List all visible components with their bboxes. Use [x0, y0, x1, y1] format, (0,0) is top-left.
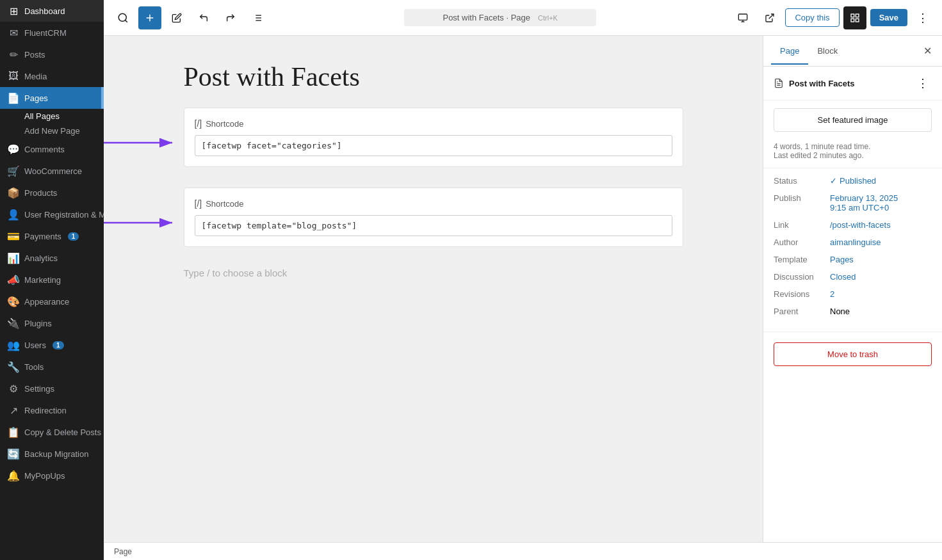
- bottom-bar: Page: [104, 542, 942, 560]
- copy-this-button[interactable]: Copy this: [785, 8, 839, 27]
- sidebar-item-mypopups[interactable]: 🔔 MyPopUps: [0, 465, 104, 486]
- sidebar-sub-add-new-page[interactable]: Add New Page: [0, 124, 104, 138]
- undo-button[interactable]: [192, 6, 215, 29]
- analytics-icon: 📊: [8, 252, 19, 264]
- toolbar-search: Post with Facets · Page Ctrl+K: [273, 9, 727, 26]
- sidebar-label-payments: Payments: [24, 232, 61, 241]
- sidebar-item-users[interactable]: 👥 Users 1: [0, 334, 104, 356]
- sidebar-item-comments[interactable]: 💬 Comments: [0, 138, 104, 160]
- move-to-trash-button[interactable]: Move to trash: [774, 342, 932, 366]
- close-panel-button[interactable]: ✕: [921, 42, 934, 60]
- discussion-value[interactable]: Closed: [830, 272, 856, 282]
- sidebar-item-posts[interactable]: ✏ Posts: [0, 44, 104, 65]
- featured-image-button[interactable]: Set featured image: [774, 108, 932, 132]
- doc-more-options-button[interactable]: ⋮: [914, 74, 932, 92]
- more-options-button[interactable]: ⋮: [911, 6, 934, 29]
- shortcode-label-2: Shortcode: [206, 199, 243, 209]
- dashboard-icon: ⊞: [8, 5, 19, 17]
- sidebar-item-dashboard[interactable]: ⊞ Dashboard: [0, 0, 104, 22]
- sidebar-item-analytics[interactable]: 📊 Analytics: [0, 247, 104, 269]
- sidebar-label-settings: Settings: [24, 384, 54, 394]
- tab-page[interactable]: Page: [771, 38, 808, 65]
- sidebar: ⊞ Dashboard ✉ FluentCRM ✏ Posts 🖼 Media …: [0, 0, 104, 560]
- content-area: Post with Facets: [104, 36, 942, 542]
- sidebar-item-pages[interactable]: 📄 Pages: [0, 87, 104, 109]
- arrow-2: [104, 216, 177, 229]
- sidebar-label-fluentcrm: FluentCRM: [24, 28, 67, 38]
- doc-title: Post with Facets: [774, 78, 855, 88]
- woocommerce-icon: 🛒: [8, 165, 19, 177]
- author-label: Author: [774, 237, 825, 247]
- link-value[interactable]: /post-with-facets: [830, 220, 891, 230]
- svg-point-0: [118, 13, 126, 21]
- publish-value[interactable]: February 13, 2025 9:15 am UTC+0: [830, 193, 898, 212]
- sidebar-item-backup-migration[interactable]: 🔄 Backup Migration: [0, 443, 104, 465]
- sidebar-label-media: Media: [24, 72, 47, 81]
- toolbar: Post with Facets · Page Ctrl+K Copy this: [104, 0, 942, 36]
- check-icon: ✓: [830, 176, 837, 186]
- type-hint[interactable]: Type / to choose a block: [184, 268, 683, 278]
- svg-rect-15: [856, 14, 859, 17]
- sidebar-item-tools[interactable]: 🔧 Tools: [0, 356, 104, 378]
- search-button[interactable]: [111, 6, 134, 29]
- sidebar-label-backup-migration: Backup Migration: [24, 449, 88, 459]
- add-block-button[interactable]: [138, 6, 161, 29]
- toolbar-right: Copy this Save ⋮: [731, 6, 934, 29]
- template-value[interactable]: Pages: [830, 255, 854, 264]
- meta-edited: Last edited 2 minutes ago.: [774, 151, 932, 160]
- author-value[interactable]: aimanlinguise: [830, 237, 881, 247]
- meta-words: 4 words, 1 minute read time.: [774, 142, 932, 151]
- sidebar-item-products[interactable]: 📦 Products: [0, 182, 104, 204]
- save-button[interactable]: Save: [870, 9, 907, 26]
- block-header-1: [/] Shortcode: [195, 118, 672, 129]
- mypopups-icon: 🔔: [8, 470, 19, 481]
- meta-revisions-row: Revisions 2: [774, 289, 932, 299]
- pencil-button[interactable]: [165, 6, 188, 29]
- sidebar-item-marketing[interactable]: 📣 Marketing: [0, 269, 104, 291]
- shortcode-input-2[interactable]: [195, 215, 672, 236]
- sidebar-label-dashboard: Dashboard: [24, 6, 65, 16]
- sidebar-label-products: Products: [24, 188, 57, 198]
- sidebar-item-user-registration[interactable]: 👤 User Registration & Membership: [0, 204, 104, 225]
- redo-button[interactable]: [219, 6, 242, 29]
- settings-panel-button[interactable]: [843, 6, 866, 29]
- preview-button[interactable]: [731, 6, 754, 29]
- meta-publish-row: Publish February 13, 2025 9:15 am UTC+0: [774, 193, 932, 212]
- sidebar-label-posts: Posts: [24, 50, 45, 60]
- sidebar-item-woocommerce[interactable]: 🛒 WooCommerce: [0, 160, 104, 182]
- svg-rect-17: [851, 19, 854, 22]
- sidebar-sub-all-pages[interactable]: All Pages: [0, 109, 104, 124]
- page-title[interactable]: Post with Facets: [184, 61, 683, 92]
- sidebar-item-redirection[interactable]: ↗ Redirection: [0, 399, 104, 421]
- template-label: Template: [774, 255, 825, 264]
- users-badge: 1: [53, 341, 64, 349]
- list-view-button[interactable]: [246, 6, 269, 29]
- sidebar-label-analytics: Analytics: [24, 253, 58, 263]
- search-bar[interactable]: Post with Facets · Page Ctrl+K: [404, 9, 596, 26]
- bottom-bar-label: Page: [114, 547, 132, 556]
- sidebar-item-settings[interactable]: ⚙ Settings: [0, 378, 104, 399]
- parent-label: Parent: [774, 307, 825, 316]
- block-row-2: [/] Shortcode: [184, 188, 683, 257]
- sidebar-item-fluentcrm[interactable]: ✉ FluentCRM: [0, 22, 104, 44]
- products-icon: 📦: [8, 187, 19, 198]
- media-icon: 🖼: [8, 70, 19, 82]
- discussion-label: Discussion: [774, 272, 825, 282]
- sidebar-label-comments: Comments: [24, 145, 65, 154]
- sidebar-item-copy-delete-posts[interactable]: 📋 Copy & Delete Posts: [0, 421, 104, 443]
- external-link-button[interactable]: [758, 6, 781, 29]
- meta-discussion-row: Discussion Closed: [774, 272, 932, 282]
- sidebar-item-payments[interactable]: 💳 Payments 1: [0, 225, 104, 247]
- revisions-value[interactable]: 2: [830, 289, 834, 299]
- sidebar-item-media[interactable]: 🖼 Media: [0, 65, 104, 87]
- shortcode-input-1[interactable]: [195, 135, 672, 156]
- bracket-icon-1: [/]: [195, 118, 202, 129]
- sidebar-item-plugins[interactable]: 🔌 Plugins: [0, 312, 104, 334]
- sidebar-item-appearance[interactable]: 🎨 Appearance: [0, 291, 104, 312]
- user-registration-icon: 👤: [8, 209, 19, 220]
- sidebar-label-marketing: Marketing: [24, 275, 61, 285]
- meta-parent-row: Parent None: [774, 307, 932, 316]
- doc-header: Post with Facets ⋮: [763, 67, 942, 100]
- status-label: Status: [774, 176, 825, 186]
- tab-block[interactable]: Block: [808, 38, 847, 65]
